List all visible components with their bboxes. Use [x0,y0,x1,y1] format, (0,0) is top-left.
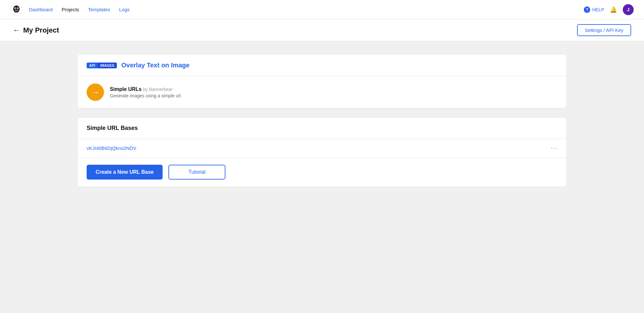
nav-logs[interactable]: Logs [119,7,130,12]
main-content: API IMAGES Overlay Text on Image → Simpl… [0,41,644,313]
nav-right: ? HELP 🔔 J [584,4,634,15]
back-button[interactable]: ← [13,26,20,34]
nav-links: Dashboard Projects Templates Logs [29,7,129,12]
svg-point-4 [15,8,15,9]
badge-api: API [87,63,98,68]
url-bases-title: Simple URL Bases [87,125,557,132]
url-base-row: vKJI40B6DjQkno2NDV ··· [78,139,566,158]
nav-dashboard[interactable]: Dashboard [29,7,52,12]
simple-urls-icon: → [87,83,104,101]
template-title[interactable]: Overlay Text on Image [121,62,190,69]
page-title: My Project [23,26,59,34]
simple-urls-by: by Bannerbear [143,87,173,92]
help-icon: ? [584,6,590,13]
simple-urls-desc: Generate images using a simple url [110,93,181,98]
simple-urls-title-row: Simple URLs by Bannerbear [110,86,181,92]
url-bases-header: Simple URL Bases [78,118,566,139]
logo [10,4,23,16]
navbar: Dashboard Projects Templates Logs ? HELP… [0,0,644,19]
url-base-link[interactable]: vKJI40B6DjQkno2NDV [87,145,136,151]
simple-urls-title: Simple URLs [110,86,142,92]
url-bases-card: Simple URL Bases vKJI40B6DjQkno2NDV ··· … [77,117,567,187]
avatar[interactable]: J [623,4,634,15]
url-base-options-button[interactable]: ··· [551,145,557,152]
page-header: ← My Project Settings / API Key [0,19,644,41]
tutorial-button[interactable]: Tutorial [168,165,225,180]
help-button[interactable]: ? HELP [584,6,604,13]
simple-urls-row: → Simple URLs by Bannerbear Generate ima… [78,76,566,108]
nav-projects[interactable]: Projects [62,7,79,12]
arrow-right-icon: → [91,88,99,97]
svg-point-1 [13,5,20,13]
simple-urls-info: Simple URLs by Bannerbear Generate image… [110,86,181,98]
template-card: API IMAGES Overlay Text on Image → Simpl… [77,54,567,108]
template-header: API IMAGES Overlay Text on Image [78,54,566,76]
page-title-area: ← My Project [13,26,59,34]
create-new-url-base-button[interactable]: Create a New URL Base [87,165,163,180]
svg-point-5 [17,8,18,9]
badge-group: API IMAGES [87,63,117,68]
notifications-icon[interactable]: 🔔 [610,6,617,13]
nav-templates[interactable]: Templates [88,7,110,12]
settings-api-key-button[interactable]: Settings / API Key [577,24,631,36]
help-label: HELP [592,7,604,12]
url-bases-actions: Create a New URL Base Tutorial [78,158,566,187]
badge-images: IMAGES [98,63,117,68]
